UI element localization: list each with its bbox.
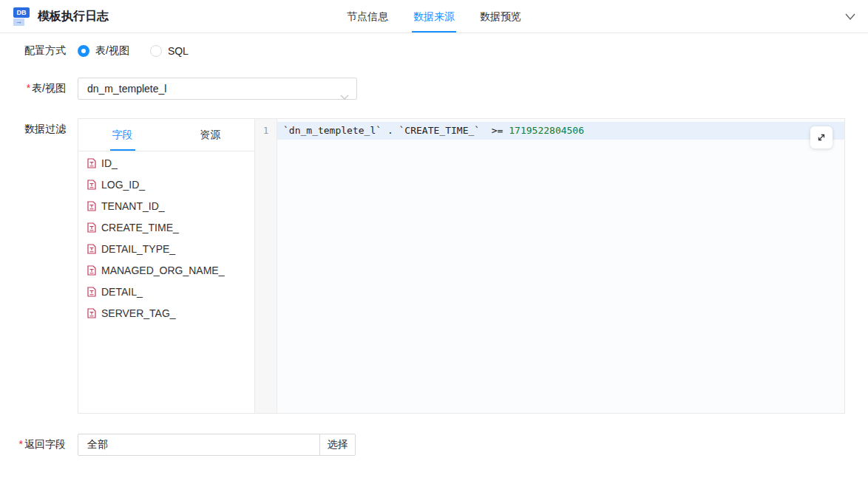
field-name: LOG_ID_ — [101, 179, 145, 191]
required-asterisk: * — [27, 82, 30, 94]
radio-table-view[interactable]: 表/视图 — [78, 44, 129, 58]
header-tabs: 节点信息 数据来源 数据预览 — [347, 0, 521, 33]
field-type-icon — [87, 158, 96, 168]
code-operator: >= — [480, 125, 509, 136]
field-type-icon — [87, 180, 96, 190]
field-type-icon — [87, 244, 96, 254]
field-type-icon — [87, 201, 96, 211]
code-table-identifier: `dn_m_templete_l` — [283, 125, 382, 136]
radio-sql-label: SQL — [168, 45, 189, 57]
field-list: ID_ LOG_ID_ TENANT_ID_ CREATE_TIME_ — [78, 151, 254, 413]
config-method-row: 配置方式 表/视图 SQL — [0, 40, 868, 62]
field-item[interactable]: ID_ — [78, 152, 254, 174]
editor-gutter: 1 — [255, 119, 277, 413]
template-execution-log-page: DB → 模板执行日志 节点信息 数据来源 数据预览 配置方式 表/视图 SQL — [0, 0, 868, 478]
code-dot: . — [382, 125, 399, 136]
data-filter-row: 数据过滤 字段 资源 ID_ LOG_ID_ — [0, 118, 868, 414]
field-name: DETAIL_ — [101, 286, 143, 298]
return-fields-input[interactable] — [78, 434, 320, 456]
code-column-identifier: `CREATE_TIME_` — [399, 125, 481, 136]
field-item[interactable]: TENANT_ID_ — [78, 195, 254, 216]
field-type-icon — [87, 222, 96, 233]
db-icon-arrow: → — [13, 18, 24, 26]
db-icon-label: DB — [13, 7, 30, 18]
field-name: ID_ — [101, 157, 118, 169]
expand-icon — [816, 132, 827, 143]
radio-table-view-label: 表/视图 — [95, 44, 129, 58]
field-item[interactable]: LOG_ID_ — [78, 174, 254, 195]
return-fields-input-group: 选择 — [78, 434, 356, 456]
field-type-icon — [87, 265, 96, 276]
field-item[interactable]: CREATE_TIME_ — [78, 216, 254, 238]
table-view-label: *表/视图 — [0, 82, 78, 95]
config-method-options: 表/视图 SQL — [78, 44, 189, 58]
radio-sql-dot[interactable] — [150, 45, 162, 57]
tab-resources[interactable]: 资源 — [166, 119, 254, 151]
field-name: TENANT_ID_ — [101, 200, 165, 212]
tab-node-info[interactable]: 节点信息 — [347, 0, 388, 33]
code-line-1[interactable]: `dn_m_templete_l` . `CREATE_TIME_` >= 17… — [277, 122, 844, 140]
fields-pane-tabs: 字段 资源 — [78, 119, 254, 151]
config-method-label: 配置方式 — [0, 44, 78, 58]
field-type-icon — [87, 308, 96, 318]
chevron-down-icon[interactable] — [844, 12, 858, 22]
required-asterisk: * — [19, 438, 23, 450]
data-filter-label: 数据过滤 — [0, 118, 78, 136]
tab-fields[interactable]: 字段 — [78, 119, 166, 151]
tab-data-source[interactable]: 数据来源 — [413, 0, 455, 33]
header: DB → 模板执行日志 节点信息 数据来源 数据预览 — [0, 0, 868, 33]
field-name: CREATE_TIME_ — [101, 222, 179, 233]
table-view-selected-value: dn_m_templete_l — [87, 83, 166, 95]
radio-sql[interactable]: SQL — [150, 45, 189, 57]
data-filter-label-text: 数据过滤 — [24, 123, 66, 134]
radio-table-view-dot[interactable] — [78, 45, 89, 57]
fields-pane: 字段 资源 ID_ LOG_ID_ TENANT_ID_ — [78, 119, 255, 413]
field-item[interactable]: MANAGED_ORG_NAME_ — [78, 259, 254, 281]
field-name: MANAGED_ORG_NAME_ — [101, 264, 224, 276]
data-filter-panel: 字段 资源 ID_ LOG_ID_ TENANT_ID_ — [78, 118, 845, 414]
tab-data-preview[interactable]: 数据预览 — [480, 0, 521, 33]
page-title: 模板执行日志 — [38, 9, 109, 24]
field-item[interactable]: DETAIL_ — [78, 281, 254, 302]
header-left: DB → 模板执行日志 — [0, 7, 109, 26]
return-fields-row: *返回字段 选择 — [0, 434, 868, 456]
config-method-label-text: 配置方式 — [24, 44, 66, 56]
field-name: SERVER_TAG_ — [101, 307, 176, 319]
field-name: DETAIL_TYPE_ — [101, 243, 175, 255]
db-export-icon: DB → — [13, 7, 31, 26]
select-fields-button[interactable]: 选择 — [320, 434, 356, 456]
field-type-icon — [87, 287, 96, 297]
return-fields-label: *返回字段 — [0, 438, 78, 451]
table-view-label-text: 表/视图 — [32, 82, 66, 94]
return-fields-label-text: 返回字段 — [24, 438, 66, 450]
expand-editor-button[interactable] — [810, 126, 833, 148]
select-chevron-down-icon — [340, 86, 349, 107]
code-number-literal: 1719522804506 — [509, 125, 584, 136]
field-item[interactable]: DETAIL_TYPE_ — [78, 238, 254, 259]
table-view-row: *表/视图 dn_m_templete_l — [0, 78, 868, 100]
line-number: 1 — [255, 122, 277, 140]
table-view-select[interactable]: dn_m_templete_l — [78, 78, 357, 100]
filter-code-editor[interactable]: `dn_m_templete_l` . `CREATE_TIME_` >= 17… — [277, 119, 844, 413]
field-item[interactable]: SERVER_TAG_ — [78, 302, 254, 324]
